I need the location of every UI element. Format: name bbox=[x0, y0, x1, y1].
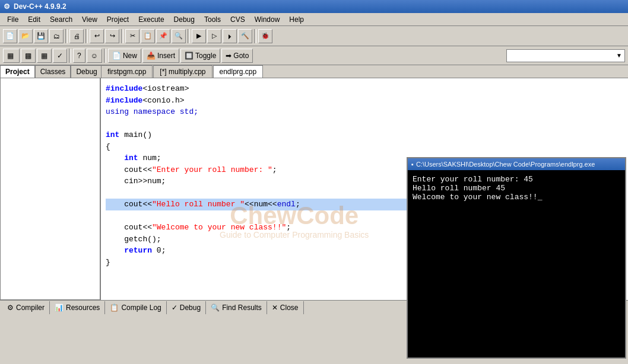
toolbar-insert-btn[interactable]: 📥 Insert bbox=[142, 49, 179, 63]
code-line-4 bbox=[106, 119, 110, 128]
menu-view[interactable]: View bbox=[77, 14, 102, 25]
menu-file[interactable]: File bbox=[2, 14, 23, 25]
separator-3 bbox=[121, 29, 123, 43]
title-bar: ⚙ Dev-C++ 4.9.9.2 bbox=[0, 0, 628, 13]
resources-label: Resources bbox=[66, 304, 100, 312]
checkin-grid-icon: ▦ bbox=[7, 52, 14, 60]
compilelog-icon: 📋 bbox=[110, 304, 119, 312]
toolbar-compilerun-btn[interactable]: ⏵ bbox=[223, 29, 237, 43]
menu-help[interactable]: Help bbox=[284, 14, 309, 25]
toolbar-help2-btn[interactable]: ? bbox=[73, 49, 85, 63]
close-status-icon: ✕ bbox=[272, 304, 278, 312]
toggle-btn-label: Toggle bbox=[195, 52, 216, 60]
menu-tools[interactable]: Tools bbox=[199, 14, 226, 25]
console-output: Enter your roll number: 45 Hello roll nu… bbox=[408, 170, 625, 357]
menu-execute[interactable]: Execute bbox=[134, 14, 169, 25]
editor-tab-endlprg[interactable]: endlprg.cpp bbox=[213, 65, 264, 78]
function-dropdown[interactable]: ▼ bbox=[506, 49, 625, 62]
separator-4 bbox=[188, 29, 190, 43]
resources-icon: 📊 bbox=[55, 304, 64, 312]
toolbar-smiley-btn[interactable]: ☺ bbox=[87, 49, 102, 63]
toolbar-main: 📄 📂 💾 🗂 🖨 ↩ ↪ ✂ 📋 📌 🔍 ▶ ▷ ⏵ 🔨 🐞 bbox=[0, 26, 628, 46]
statusbar-findresults[interactable]: 🔍 Find Results bbox=[206, 301, 267, 314]
sidebar-tab-project[interactable]: Project bbox=[0, 65, 35, 78]
toolbar-compile-btn[interactable]: ▶ bbox=[192, 29, 206, 43]
console-title-bar: ▪ C:\Users\SAKSHI\Desktop\Chew Code\Prog… bbox=[408, 158, 625, 170]
menu-window[interactable]: Window bbox=[250, 14, 285, 25]
toolbar-checkin-btn[interactable]: ▦ bbox=[3, 49, 20, 63]
console-line-1: Enter your roll number: 45 bbox=[413, 175, 620, 184]
separator-6 bbox=[69, 49, 71, 63]
statusbar-close[interactable]: ✕ Close bbox=[267, 301, 304, 314]
statusbar-resources[interactable]: 📊 Resources bbox=[50, 301, 105, 314]
separator-5 bbox=[254, 29, 256, 43]
separator-2 bbox=[85, 29, 88, 43]
menu-cvs[interactable]: CVS bbox=[226, 14, 250, 25]
app-icon: ⚙ bbox=[4, 2, 10, 11]
editor-tab-bar: firstpgm.cpp [*] multiply.cpp endlprg.cp… bbox=[101, 65, 628, 78]
editor-tab-multiply[interactable]: [*] multiply.cpp bbox=[153, 65, 212, 78]
toolbar-paste-btn[interactable]: 📌 bbox=[156, 29, 170, 43]
sidebar-tab-classes[interactable]: Classes bbox=[35, 65, 71, 78]
compilelog-label: Compile Log bbox=[121, 304, 161, 312]
code-line-14: return 0; bbox=[106, 246, 166, 255]
toolbar-toggle-btn[interactable]: 🔲 Toggle bbox=[180, 49, 220, 63]
dropdown-arrow-icon: ▼ bbox=[616, 52, 622, 59]
findresults-icon: 🔍 bbox=[211, 304, 220, 312]
toolbar-grid2-btn[interactable]: ▦ bbox=[37, 49, 52, 63]
menu-bar: File Edit Search View Project Execute De… bbox=[0, 13, 628, 26]
debug-label: Debug bbox=[180, 304, 201, 312]
editor-tab-firstpgm[interactable]: firstpgm.cpp bbox=[101, 65, 153, 78]
statusbar-compilelog[interactable]: 📋 Compile Log bbox=[105, 301, 166, 314]
findresults-label: Find Results bbox=[222, 304, 262, 312]
separator-1 bbox=[65, 29, 68, 43]
menu-search[interactable]: Search bbox=[45, 14, 77, 25]
code-line-2: #include<conio.h> bbox=[106, 96, 185, 105]
toolbar-check-btn[interactable]: ✓ bbox=[53, 49, 67, 63]
console-icon: ▪ bbox=[411, 161, 414, 168]
new-btn-label: New bbox=[123, 52, 137, 60]
toolbar-undo-btn[interactable]: ↩ bbox=[90, 29, 104, 43]
toolbar-run-btn[interactable]: ▷ bbox=[207, 29, 221, 43]
insert-btn-label: Insert bbox=[157, 52, 175, 60]
separator-7 bbox=[104, 49, 106, 63]
toolbar-print-btn[interactable]: 🖨 bbox=[69, 29, 84, 43]
toolbar-goto-btn[interactable]: ➡ Goto bbox=[221, 49, 253, 63]
menu-debug[interactable]: Debug bbox=[169, 14, 199, 25]
console-window: ▪ C:\Users\SAKSHI\Desktop\Chew Code\Prog… bbox=[407, 157, 626, 359]
smiley-icon: ☺ bbox=[91, 52, 98, 60]
code-line-7: int num; bbox=[106, 154, 161, 162]
statusbar-compiler[interactable]: ⚙ Compiler bbox=[2, 301, 50, 314]
toolbar-debug-btn[interactable]: 🐞 bbox=[258, 29, 272, 43]
toolbar-checkout-btn[interactable]: ▩ bbox=[21, 49, 36, 63]
toolbar-secondary: ▦ ▩ ▦ ✓ ? ☺ 📄 New 📥 Insert 🔲 Toggle ➡ Go… bbox=[0, 46, 628, 65]
code-line-5: int main() bbox=[106, 130, 152, 139]
toolbar-saveall-btn[interactable]: 🗂 bbox=[49, 29, 64, 43]
toolbar-new-text-btn[interactable]: 📄 New bbox=[108, 49, 141, 63]
code-line-10 bbox=[106, 189, 110, 197]
compiler-label: Compiler bbox=[16, 304, 45, 312]
toolbar-save-btn[interactable]: 💾 bbox=[34, 29, 48, 43]
toolbar-redo-btn[interactable]: ↪ bbox=[105, 29, 119, 43]
code-line-8: cout<<"Enter your roll number: "; bbox=[106, 165, 277, 174]
menu-project[interactable]: Project bbox=[102, 14, 134, 25]
toolbar-cut-btn[interactable]: ✂ bbox=[125, 29, 139, 43]
goto-btn-label: Goto bbox=[233, 52, 249, 60]
debug-status-icon: ✓ bbox=[172, 304, 177, 312]
close-label: Close bbox=[280, 304, 299, 312]
window-title: Dev-C++ 4.9.9.2 bbox=[14, 2, 66, 11]
toolbar-rebuild-btn[interactable]: 🔨 bbox=[238, 29, 252, 43]
code-line-15: } bbox=[106, 258, 110, 267]
toolbar-new-btn[interactable]: 📄 bbox=[3, 29, 17, 43]
statusbar-debug[interactable]: ✓ Debug bbox=[167, 301, 206, 314]
code-line-3: using namespace std; bbox=[106, 107, 198, 116]
toolbar-open-btn[interactable]: 📂 bbox=[18, 29, 33, 43]
toolbar-copy-btn[interactable]: 📋 bbox=[141, 29, 155, 43]
check-icon: ✓ bbox=[57, 52, 63, 60]
sidebar-tab-bar: Project Classes Debug bbox=[0, 65, 100, 78]
console-title-text: C:\Users\SAKSHI\Desktop\Chew Code\Progra… bbox=[416, 161, 595, 168]
toolbar-find-btn[interactable]: 🔍 bbox=[172, 29, 186, 43]
new-doc-icon: 📄 bbox=[112, 52, 121, 60]
sidebar-tab-debug[interactable]: Debug bbox=[71, 65, 102, 78]
menu-edit[interactable]: Edit bbox=[23, 14, 45, 25]
